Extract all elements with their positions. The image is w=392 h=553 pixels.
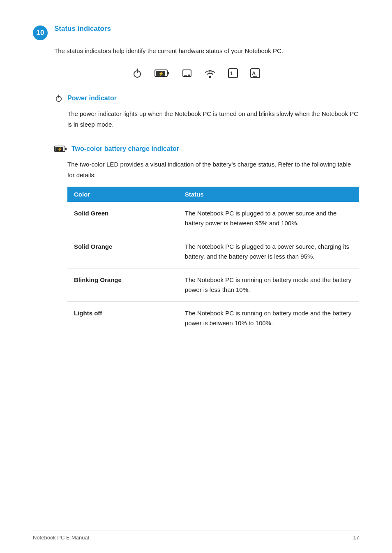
svg-text:⚡: ⚡ <box>58 147 62 152</box>
color-cell: Solid Green <box>67 202 178 235</box>
power-indicator-title: Power indicator <box>67 95 117 102</box>
battery-indicator-icon: ⚡ <box>54 144 67 153</box>
battery-indicator-title: Two-color battery charge indicator <box>71 145 179 153</box>
section-intro: The status indicators help identify the … <box>54 46 359 56</box>
color-cell: Lights off <box>67 302 178 335</box>
footer: Notebook PC E-Manual 17 <box>33 530 359 541</box>
svg-text:A: A <box>252 70 256 76</box>
svg-rect-22 <box>65 148 67 150</box>
numlock-icon: 1 <box>228 68 238 79</box>
status-cell: The Notebook PC is plugged to a power so… <box>178 202 359 235</box>
svg-text:1: 1 <box>230 70 233 76</box>
table-row: Solid OrangeThe Notebook PC is plugged t… <box>67 235 359 268</box>
battery-indicator-header: ⚡ Two-color battery charge indicator <box>54 144 359 153</box>
icons-row: ⚡ ((·)) 1 <box>33 67 359 79</box>
capslock-icon: A <box>250 68 261 79</box>
power-indicator-body: The power indicator lights up when the N… <box>67 109 359 130</box>
section-header: 10 Status indicators <box>33 25 359 40</box>
svg-point-19 <box>58 95 59 95</box>
power-indicator-icon <box>54 94 63 103</box>
battery-indicator-body: The two-color LED provides a visual indi… <box>67 159 359 180</box>
power-indicator-section: Power indicator The power indicator ligh… <box>54 94 359 130</box>
svg-text:⚡: ⚡ <box>158 71 164 76</box>
footer-left: Notebook PC E-Manual <box>33 534 89 541</box>
page: 10 Status indicators The status indicato… <box>0 0 392 553</box>
section-title: Status indicators <box>54 25 111 33</box>
drive-activity-icon <box>182 68 192 79</box>
color-cell: Solid Orange <box>67 235 178 268</box>
status-cell: The Notebook PC is running on battery mo… <box>178 302 359 335</box>
svg-point-10 <box>209 76 211 78</box>
status-header: Status <box>178 187 359 202</box>
section-badge: 10 <box>33 25 48 40</box>
footer-right: 17 <box>353 534 359 541</box>
svg-point-8 <box>188 74 190 76</box>
battery-table: Color Status Solid GreenThe Notebook PC … <box>67 187 359 335</box>
svg-text:((·)): ((·)) <box>209 71 213 74</box>
wifi-icon: ((·)) <box>204 68 216 79</box>
battery-charge-icon: ⚡ <box>154 68 170 78</box>
table-header-row: Color Status <box>67 187 359 202</box>
svg-rect-5 <box>167 72 169 74</box>
table-row: Lights offThe Notebook PC is running on … <box>67 302 359 335</box>
battery-indicator-section: ⚡ Two-color battery charge indicator The… <box>54 144 359 335</box>
power-icon <box>131 67 143 79</box>
battery-table-container: Color Status Solid GreenThe Notebook PC … <box>67 187 359 335</box>
color-header: Color <box>67 187 178 202</box>
table-row: Blinking OrangeThe Notebook PC is runnin… <box>67 268 359 302</box>
status-cell: The Notebook PC is plugged to a power so… <box>178 235 359 268</box>
table-row: Solid GreenThe Notebook PC is plugged to… <box>67 202 359 235</box>
power-indicator-header: Power indicator <box>54 94 359 103</box>
status-cell: The Notebook PC is running on battery mo… <box>178 268 359 302</box>
color-cell: Blinking Orange <box>67 268 178 302</box>
svg-point-2 <box>137 69 138 70</box>
